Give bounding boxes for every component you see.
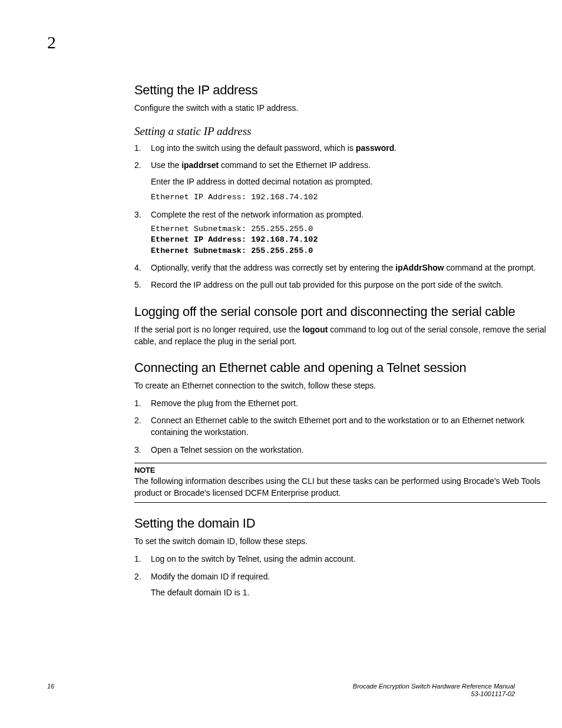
list-item: Log into the switch using the default pa… — [134, 143, 547, 154]
text: If the serial port is no longer required… — [134, 325, 303, 334]
heading-logging-off: Logging off the serial console port and … — [134, 304, 547, 319]
text: Complete the rest of the network informa… — [151, 210, 363, 219]
subheading-static-ip: Setting a static IP address — [134, 125, 547, 138]
doc-info: Brocade Encryption Switch Hardware Refer… — [353, 683, 515, 699]
text: command at the prompt. — [444, 263, 536, 272]
divider — [134, 502, 547, 503]
heading-ethernet: Connecting an Ethernet cable and opening… — [134, 360, 547, 375]
doc-id: 53-1001117-02 — [471, 690, 515, 697]
paragraph: To set the switch domain ID, follow thes… — [134, 536, 547, 548]
list-item: Modify the domain ID if required. The de… — [134, 571, 547, 599]
main-content: Setting the IP address Configure the swi… — [134, 83, 547, 599]
text: . — [394, 143, 396, 153]
doc-title: Brocade Encryption Switch Hardware Refer… — [353, 683, 515, 690]
code-line-bold: Ethernet Subnetmask: 255.255.255.0 — [151, 246, 313, 255]
heading-setting-ip: Setting the IP address — [134, 83, 547, 98]
bold-text: logout — [303, 325, 328, 334]
page: 2 Setting the IP address Configure the s… — [0, 0, 562, 728]
sub-paragraph: Enter the IP address in dotted decimal n… — [151, 176, 547, 188]
code-line: Ethernet Subnetmask: 255.255.255.0 — [151, 225, 313, 233]
note-body: The following information describes usin… — [134, 476, 547, 499]
text: Log into the switch using the default pa… — [151, 143, 356, 153]
list-item: Complete the rest of the network informa… — [134, 209, 547, 256]
bold-text: ipaddrset — [181, 160, 219, 170]
list-item: Use the ipaddrset command to set the Eth… — [134, 160, 547, 203]
list-item: Optionally, verify that the address was … — [134, 262, 547, 274]
footer: 16 Brocade Encryption Switch Hardware Re… — [47, 683, 515, 699]
ordered-list-ethernet: Remove the plug from the Ethernet port. … — [134, 398, 547, 456]
list-item: Connect an Ethernet cable to the switch … — [134, 415, 547, 438]
paragraph: To create an Ethernet connection to the … — [134, 380, 547, 392]
code-line-bold: Ethernet IP Address: 192.168.74.102 — [151, 235, 318, 244]
code-block: Ethernet Subnetmask: 255.255.255.0 Ether… — [151, 224, 547, 256]
list-item: Log on to the switch by Telnet, using th… — [134, 554, 547, 565]
ordered-list-ip: Log into the switch using the default pa… — [134, 143, 547, 291]
text: Modify the domain ID if required. — [151, 572, 270, 581]
text: Use the — [151, 160, 181, 170]
ordered-list-domain: Log on to the switch by Telnet, using th… — [134, 554, 547, 599]
heading-domain-id: Setting the domain ID — [134, 516, 547, 531]
text: command to set the Ethernet IP address. — [219, 160, 371, 170]
sub-paragraph: The default domain ID is 1. — [151, 587, 547, 599]
list-item: Open a Telnet session on the workstation… — [134, 444, 547, 456]
bold-text: ipAddrShow — [395, 263, 444, 272]
bold-text: password — [356, 143, 394, 153]
paragraph: If the serial port is no longer required… — [134, 324, 547, 347]
note-label: NOTE — [134, 466, 547, 475]
divider — [134, 463, 547, 463]
page-number: 16 — [47, 683, 54, 690]
text: Record the IP address on the pull out ta… — [151, 280, 503, 289]
code-block: Ethernet IP Address: 192.168.74.102 — [151, 192, 547, 203]
list-item: Record the IP address on the pull out ta… — [134, 279, 547, 291]
chapter-number: 2 — [47, 32, 56, 52]
text: Optionally, verify that the address was … — [151, 263, 395, 272]
paragraph: Configure the switch with a static IP ad… — [134, 103, 547, 114]
list-item: Remove the plug from the Ethernet port. — [134, 398, 547, 410]
